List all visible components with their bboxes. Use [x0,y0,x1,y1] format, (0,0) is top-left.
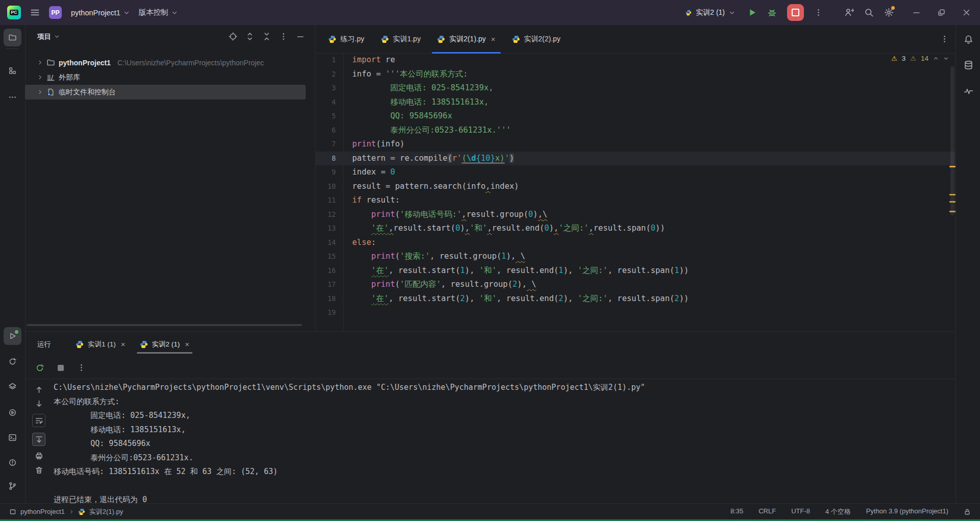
notifications-button[interactable] [963,34,974,45]
line-number: 15 [315,250,336,264]
code-line[interactable]: 13 '在',result.start(0),'和',result.end(0)… [315,221,956,236]
run-panel-caption[interactable]: 运行 [37,340,51,349]
expand-icon[interactable] [246,32,254,41]
editor-tab[interactable]: 实训2(2).py [504,25,569,53]
status-file[interactable]: 实训2(1).py [89,507,123,516]
status-item[interactable]: UTF-8 [791,507,810,516]
code-line[interactable]: 16 '在', result.start(1), '和', result.end… [315,264,956,278]
status-item[interactable]: 4 个空格 [825,507,851,516]
line-number: 14 [315,236,336,250]
tree-item-project-root[interactable]: pythonProject1 C:\Users\nizhe\PycharmPro… [25,55,264,70]
code-line[interactable]: 15 print('搜索:', result.group(1), \ [315,250,956,264]
code-with-me-icon[interactable] [844,8,854,17]
print-icon[interactable] [35,452,43,460]
editor-scrollbar[interactable] [950,66,954,215]
database-button[interactable] [963,59,974,70]
locate-file-icon[interactable] [229,32,237,41]
vcs-menu[interactable]: 版本控制 [139,8,178,17]
code-line[interactable]: 5 QQ: 95845696x [315,109,956,123]
prev-problem-icon[interactable] [933,56,939,61]
code-line[interactable]: 11if result: [315,193,956,208]
tool-python-console-button[interactable] [4,353,21,370]
more-tools-button[interactable] [4,88,21,106]
code-line[interactable]: 2info = '''本公司的联系方式: [315,67,956,82]
tool-run-button[interactable] [4,327,21,345]
folder-icon [46,58,55,67]
tool-project-button[interactable] [4,29,21,46]
code-line[interactable]: 14else: [315,236,956,250]
console-output[interactable]: C:\Users\nizhe\PycharmProjects\pythonPro… [54,381,954,504]
settings-icon[interactable] [884,8,894,17]
run-button[interactable] [747,8,757,17]
tool-vcs-button[interactable] [4,477,21,495]
panel-options-icon[interactable] [279,32,288,41]
code-line[interactable]: 17 print('匹配内容', result.group(2), \ [315,278,956,292]
run-tab[interactable]: 实训1 (1)× [68,332,133,357]
hide-panel-icon[interactable] [296,32,305,41]
close-tab-icon[interactable]: × [491,35,496,43]
clear-console-icon[interactable] [35,466,43,475]
code-line[interactable]: 18 '在', result.start(2), '和', result.end… [315,292,956,306]
code-line[interactable]: 19 [315,306,956,320]
line-number: 4 [315,95,336,110]
run-tab[interactable]: 实训2 (1)× [133,332,197,357]
scroll-to-end-toggle[interactable] [32,433,45,446]
horizontal-scrollbar[interactable] [27,324,302,326]
minimize-button[interactable] [912,8,921,17]
scroll-to-bottom-icon[interactable] [35,400,43,408]
more-run-actions-icon[interactable] [814,8,823,17]
run-options-icon[interactable] [77,363,86,372]
code-line[interactable]: 10result = pattern.search(info,index) [315,180,956,194]
lock-icon[interactable] [964,508,971,515]
tab-options-icon[interactable] [940,35,949,43]
settings-notification-dot [891,6,895,10]
code-line[interactable]: 8pattern = re.compile(r'(\d{10}x)') [315,152,956,166]
code-line[interactable]: 9index = 0 [315,165,956,180]
rerun-button[interactable] [35,363,44,373]
code-line[interactable]: 4 移动电话: 1385151613x, [315,95,956,110]
database-icon [964,60,973,70]
search-everywhere-icon[interactable] [864,8,874,17]
status-project[interactable]: pythonProject1 [20,508,65,515]
restore-button[interactable] [937,8,946,17]
hamburger-menu-icon[interactable] [30,8,40,17]
collapse-all-icon[interactable] [262,32,271,41]
close-tab-icon[interactable]: × [121,340,126,348]
tool-execute-button[interactable] [4,404,21,421]
close-button[interactable] [962,8,971,17]
stop-button[interactable] [787,4,804,21]
scroll-to-top-icon[interactable] [35,385,43,394]
structure-icon [8,66,17,75]
debug-button[interactable] [767,8,777,17]
status-item[interactable]: 8:35 [730,507,743,516]
bell-icon [964,35,973,44]
code-line[interactable]: 3 固定电话: 025-8541239x, [315,81,956,95]
status-item[interactable]: Python 3.9 (pythonProject1) [866,507,948,516]
tree-item-scratches[interactable]: 临时文件和控制台 [25,85,306,100]
tool-terminal-button[interactable] [4,429,21,446]
editor-tab[interactable]: 实训1.py [373,25,429,53]
tool-problems-button[interactable] [4,454,21,472]
stop-disabled-icon[interactable] [58,365,64,371]
editor-tab[interactable]: 练习.py [320,25,373,53]
tool-services-button[interactable] [4,378,21,395]
run-config-selector[interactable]: 实训2 (1) [685,8,735,17]
next-problem-icon[interactable] [943,56,949,61]
status-item[interactable]: CRLF [758,507,776,516]
editor-tab[interactable]: 实训2(1).py× [429,25,503,53]
inspections-widget[interactable]: ⚠ 3 ⚠ 14 [891,55,949,62]
profiler-button[interactable] [963,85,974,96]
code-line[interactable]: 12 print('移动电话号码:',result.group(0),\ [315,208,956,222]
code-line[interactable]: 1import re [315,53,956,67]
code-editor[interactable]: 1import re2info = '''本公司的联系方式:3 固定电话: 02… [315,53,956,331]
tool-structure-button[interactable] [4,62,21,80]
project-panel-title[interactable]: 项目 [37,32,60,41]
tab-label: 实训2 (1) [152,340,180,349]
scrollbar-warning-mark [949,166,955,167]
tree-item-external-libs[interactable]: 外部库 [25,70,80,85]
code-line[interactable]: 6 泰州分公司:0523-661231x.''' [315,123,956,138]
soft-wrap-toggle[interactable] [32,414,45,427]
code-line[interactable]: 7print(info) [315,137,956,152]
project-selector[interactable]: pythonProject1 [71,9,130,17]
close-tab-icon[interactable]: × [185,340,189,348]
